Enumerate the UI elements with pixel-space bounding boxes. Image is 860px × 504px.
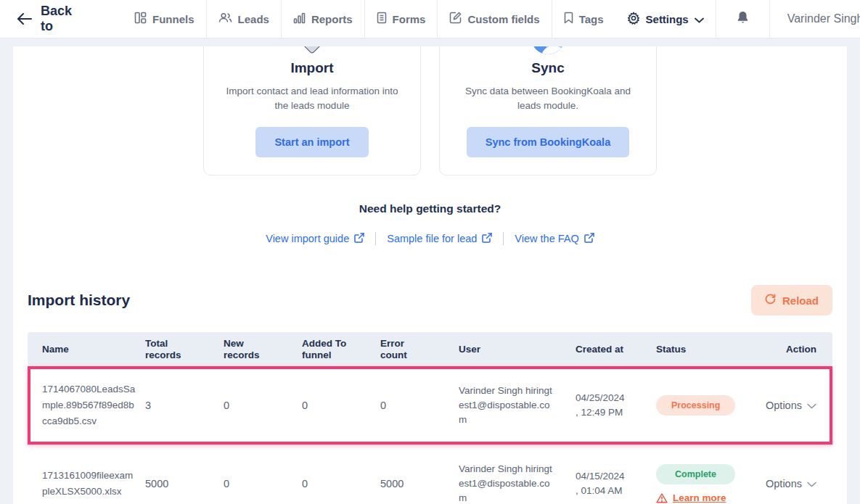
sync-from-bookingkoala-button[interactable]: Sync from BookingKoala xyxy=(467,127,629,157)
sync-card-description: Sync data between BookingKoala and leads… xyxy=(460,84,636,113)
links-divider xyxy=(503,232,504,245)
back-arrow-icon xyxy=(17,13,32,25)
cards-row: Import Import contact and lead informati… xyxy=(13,46,847,175)
status-badge: Complete xyxy=(656,464,735,484)
cell-created-at: 04/25/2024, 12:49 PM xyxy=(576,391,628,420)
nav-right: Varinder Singh xyxy=(716,0,860,38)
cell-user: Varinder Singh hiringtest1@dispostable.c… xyxy=(459,462,553,504)
nav-item-funnels[interactable]: Funnels xyxy=(123,0,206,38)
main-content-panel: Import Import contact and lead informati… xyxy=(13,46,847,504)
nav-item-reports[interactable]: Reports xyxy=(282,0,364,38)
user-menu[interactable]: Varinder Singh xyxy=(770,12,860,25)
view-import-guide-link[interactable]: View import guide xyxy=(266,233,364,245)
learn-more-link[interactable]: Learn more xyxy=(656,492,765,503)
cell-created-at: 04/15/2024, 01:04 AM xyxy=(576,469,628,498)
nav-item-custom-fields[interactable]: Custom fields xyxy=(438,0,551,38)
leads-icon xyxy=(218,12,232,25)
cell-new-records: 0 xyxy=(224,478,302,489)
notifications-bell-button[interactable] xyxy=(716,0,769,38)
back-to-button[interactable]: Back to xyxy=(17,4,72,34)
chevron-down-icon xyxy=(695,13,704,25)
column-header-status: Status xyxy=(656,344,765,355)
import-card: Import Import contact and lead informati… xyxy=(203,46,421,175)
help-links: View import guide Sample file for lead V… xyxy=(13,232,847,245)
sample-file-link[interactable]: Sample file for lead xyxy=(387,233,492,245)
external-link-icon xyxy=(584,233,594,245)
column-header-name: Name xyxy=(28,344,145,355)
warning-icon xyxy=(656,493,668,503)
help-title: Need help getting started? xyxy=(13,202,847,215)
reports-icon xyxy=(293,12,306,26)
column-header-created-at: Created at xyxy=(576,344,656,355)
column-header-user: User xyxy=(459,344,576,355)
import-card-title: Import xyxy=(204,60,420,76)
options-dropdown[interactable]: Options xyxy=(766,478,816,489)
cell-error-count: 0 xyxy=(380,400,459,411)
table-row[interactable]: 1713161009fileexampleXLSX5000.xlsx 5000 … xyxy=(28,445,832,504)
table-row[interactable]: 1714067080LeadsSample.89b567f89ed8bcca9d… xyxy=(28,366,832,445)
cell-added-to-funnel: 0 xyxy=(302,478,380,489)
cell-total-records: 3 xyxy=(145,400,224,411)
cell-user: Varinder Singh hiringtest1@dispostable.c… xyxy=(459,384,553,427)
chevron-down-icon xyxy=(807,478,816,489)
import-history-table: Name Total records New records Added To … xyxy=(28,332,832,504)
options-dropdown[interactable]: Options xyxy=(766,400,816,411)
nav-item-tags[interactable]: Tags xyxy=(552,0,615,38)
cell-error-count: 5000 xyxy=(380,478,459,489)
import-history-title: Import history xyxy=(28,292,130,309)
nav-item-settings[interactable]: Settings xyxy=(615,0,716,38)
sync-icon xyxy=(531,46,565,54)
view-faq-link[interactable]: View the FAQ xyxy=(515,233,594,245)
funnels-icon xyxy=(134,12,147,26)
top-navbar: Back to Funnels Leads Reports Forms Cust… xyxy=(0,0,860,38)
nav-item-leads[interactable]: Leads xyxy=(207,0,281,38)
nav-menu: Funnels Leads Reports Forms Custom field… xyxy=(123,0,716,38)
cell-total-records: 5000 xyxy=(145,478,224,489)
back-to-label: Back to xyxy=(41,4,72,34)
links-divider xyxy=(375,232,376,245)
external-link-icon xyxy=(354,233,364,245)
user-full-name: Varinder Singh xyxy=(459,385,523,396)
external-link-icon xyxy=(482,233,492,245)
import-history-header: Import history Reload xyxy=(28,285,832,315)
column-header-action: Action xyxy=(765,344,832,355)
forms-icon xyxy=(377,12,387,26)
user-full-name: Varinder Singh xyxy=(459,463,523,474)
nav-item-forms[interactable]: Forms xyxy=(365,0,438,38)
column-header-new-records: New records xyxy=(224,338,302,361)
user-name: Varinder Singh xyxy=(787,12,860,25)
reload-button[interactable]: Reload xyxy=(751,285,832,315)
reload-icon xyxy=(765,294,776,307)
cell-new-records: 0 xyxy=(224,400,302,411)
status-badge: Processing xyxy=(656,395,735,416)
column-header-error-count: Error count xyxy=(380,338,459,361)
sync-card-title: Sync xyxy=(440,60,656,76)
column-header-total-records: Total records xyxy=(145,338,224,361)
import-card-description: Import contact and lead information into… xyxy=(224,84,400,113)
table-header-row: Name Total records New records Added To … xyxy=(28,332,832,366)
gear-icon xyxy=(627,12,640,27)
sync-card: Sync Sync data between BookingKoala and … xyxy=(439,46,657,175)
column-header-added-to-funnel: Added To funnel xyxy=(302,338,380,361)
cell-file-name: 1714067080LeadsSample.89b567f89ed8bcca9d… xyxy=(42,381,138,429)
bell-icon xyxy=(737,11,749,28)
settings-label: Settings xyxy=(646,13,689,25)
start-import-button[interactable]: Start an import xyxy=(255,127,368,157)
cell-file-name: 1713161009fileexampleXLSX5000.xlsx xyxy=(42,468,138,500)
import-box-icon xyxy=(298,46,326,49)
chevron-down-icon xyxy=(807,400,816,411)
tags-icon xyxy=(564,12,573,26)
custom-fields-icon xyxy=(449,12,462,26)
cell-added-to-funnel: 0 xyxy=(302,400,380,411)
